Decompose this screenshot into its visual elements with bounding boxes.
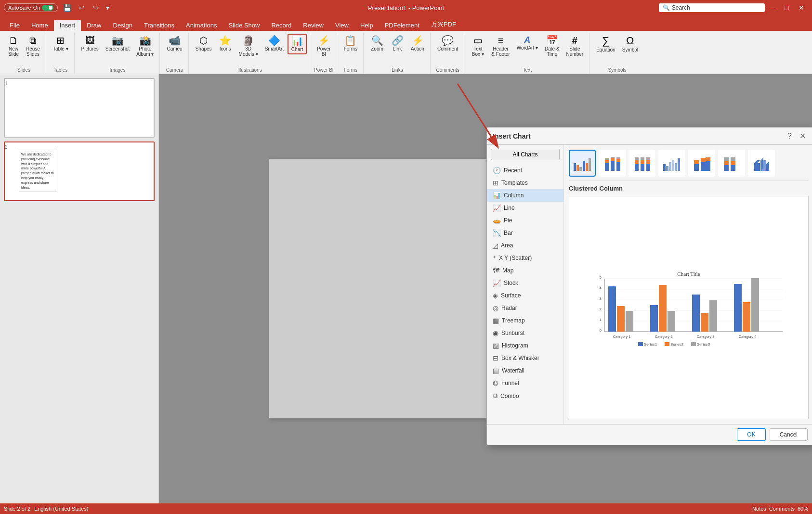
chart-preview-box: Chart Title 0 1 2 3 4 [569,196,809,419]
slide-thumbnail-1[interactable]: 1 [4,78,155,138]
tab-transitions[interactable]: Transitions [138,20,180,31]
variant-stacked-column[interactable] [599,150,626,177]
svg-rect-31 [678,158,680,171]
reuse-slides-button[interactable]: ⧉ ReuseSlides [23,34,43,59]
minimize-button[interactable]: ─ [767,3,779,13]
chart-type-histogram[interactable]: ▨ Histogram [487,339,563,352]
slide-thumbnail-2[interactable]: 2 We are dedicated to providing everyone… [4,141,155,201]
cancel-button[interactable]: Cancel [770,428,808,441]
chart-type-funnel[interactable]: ⏣ Funnel [487,377,563,389]
chart-type-combo[interactable]: ⧉ Combo [487,389,563,402]
action-button[interactable]: ⚡ Action [408,34,427,53]
tab-record[interactable]: Record [265,20,297,31]
tab-animations[interactable]: Animations [180,20,223,31]
notes-button[interactable]: Notes [752,506,766,512]
variant-3d-100-stacked-column[interactable] [718,150,745,177]
power-bi-button[interactable]: ⚡ PowerBI [314,34,333,59]
shapes-button[interactable]: ⬡ Shapes [193,34,215,53]
autosave-pill[interactable]: AutoSave On [4,3,58,12]
chart-type-scatter[interactable]: ⁺ X Y (Scatter) [487,252,563,264]
variant-3d-column[interactable] [748,150,775,177]
chart-type-recent[interactable]: 🕐 Recent [487,164,563,177]
3d-models-button[interactable]: 🗿 3DModels ▾ [236,34,261,59]
ribbon-group-symbols: ∑ Equation Ω Symbol Symbols [590,33,644,74]
chart-type-templates[interactable]: ⊞ Templates [487,177,563,189]
ribbon-group-links: 🔍 Zoom 🔗 Link ⚡ Action Links [365,33,431,74]
new-slide-button[interactable]: 🗋 NewSlide [5,34,22,59]
tab-wanxingpdf[interactable]: 万兴PDF [425,18,462,31]
chart-type-line[interactable]: 📈 Line [487,202,563,214]
equation-button[interactable]: ∑ Equation [593,34,618,54]
table-button[interactable]: ⊞ Table ▾ [50,34,71,53]
tab-design[interactable]: Design [107,20,138,31]
ribbon-group-camera: 📹 Cameo Camera [161,33,188,74]
chart-type-stock[interactable]: 📈 Stock [487,277,563,289]
tab-file[interactable]: File [4,20,26,31]
wordart-button[interactable]: A WordArt ▾ [514,34,541,52]
all-charts-button[interactable]: All Charts [491,149,560,160]
cameo-button[interactable]: 📹 Cameo [164,34,185,53]
link-icon: 🔗 [392,36,404,45]
variant-100-stacked-column[interactable] [629,150,655,177]
pictures-button[interactable]: 🖼 Pictures [79,34,102,53]
header-footer-button[interactable]: ≡ Header& Footer [488,34,512,59]
chart-type-boxwhisker[interactable]: ⊟ Box & Whisker [487,352,563,364]
tab-slideshow[interactable]: Slide Show [223,20,265,31]
forms-button[interactable]: 📋 Forms [341,34,360,53]
tab-insert[interactable]: Insert [54,20,81,31]
close-button[interactable]: ✕ [795,3,808,13]
svg-rect-9 [605,160,609,163]
table-label: Table ▾ [53,46,68,51]
svg-rect-76 [751,278,759,332]
tab-review[interactable]: Review [297,20,329,31]
reuse-slides-icon: ⧉ [29,36,36,45]
variant-3d-clustered-column[interactable] [658,150,685,177]
modal-body: All Charts 🕐 Recent ⊞ Templates 📊 Column [487,145,812,424]
undo-icon[interactable]: ↩ [77,3,87,13]
title-search-box[interactable]: 🔍 Search [659,3,765,12]
svg-rect-30 [675,163,677,171]
symbol-button[interactable]: Ω Symbol [619,34,641,54]
autosave-toggle[interactable] [42,5,53,11]
link-button[interactable]: 🔗 Link [388,34,407,53]
title-bar: AutoSave On 💾 ↩ ↪ ▾ Presentation1 - Powe… [0,0,812,15]
chart-type-bar[interactable]: 📉 Bar [487,227,563,239]
svg-text:Series1: Series1 [644,342,657,346]
zoom-button[interactable]: 🔍 Zoom [367,34,387,53]
customize-icon[interactable]: ▾ [104,3,112,13]
chart-button[interactable]: 📊 Chart [288,34,307,54]
tab-view[interactable]: View [329,20,354,31]
date-time-button[interactable]: 📅 Date &Time [542,34,563,59]
tab-help[interactable]: Help [354,20,379,31]
tab-home[interactable]: Home [26,20,54,31]
chart-type-pie[interactable]: 🥧 Pie [487,214,563,227]
chart-type-sunburst[interactable]: ◉ Sunburst [487,327,563,339]
tab-pdfelement[interactable]: PDFelement [379,20,425,31]
variant-clustered-column[interactable] [569,150,596,177]
modal-close-button[interactable]: ✕ [798,131,808,141]
stock-icon: 📈 [493,279,501,287]
stacked-column-icon [602,154,622,173]
variant-3d-stacked-column[interactable] [688,150,715,177]
chart-type-column[interactable]: 📊 Column [487,189,563,202]
text-box-button[interactable]: ▭ TextBox ▾ [468,34,487,59]
chart-type-radar[interactable]: ◎ Radar [487,302,563,314]
smartart-button[interactable]: 🔷 SmartArt [262,34,287,53]
chart-type-treemap[interactable]: ▦ Treemap [487,314,563,327]
save-icon[interactable]: 💾 [61,3,74,13]
modal-help-button[interactable]: ? [786,132,794,141]
ok-button[interactable]: OK [737,428,765,441]
slide-number-button[interactable]: # SlideNumber [563,34,587,59]
chart-type-waterfall[interactable]: ▤ Waterfall [487,364,563,377]
tab-draw[interactable]: Draw [81,20,107,31]
icons-button[interactable]: ⭐ Icons [216,34,235,53]
comments-button[interactable]: Comments [769,506,795,512]
photo-album-button[interactable]: 📸 PhotoAlbum ▾ [133,34,157,59]
chart-type-area[interactable]: ◿ Area [487,239,563,252]
screenshot-button[interactable]: 📷 Screenshot [103,34,133,53]
redo-icon[interactable]: ↪ [90,3,101,13]
maximize-button[interactable]: □ [781,3,793,13]
comment-button[interactable]: 💬 Comment [434,34,461,53]
chart-type-map[interactable]: 🗺 Map [487,264,563,277]
chart-type-surface[interactable]: ◈ Surface [487,289,563,302]
